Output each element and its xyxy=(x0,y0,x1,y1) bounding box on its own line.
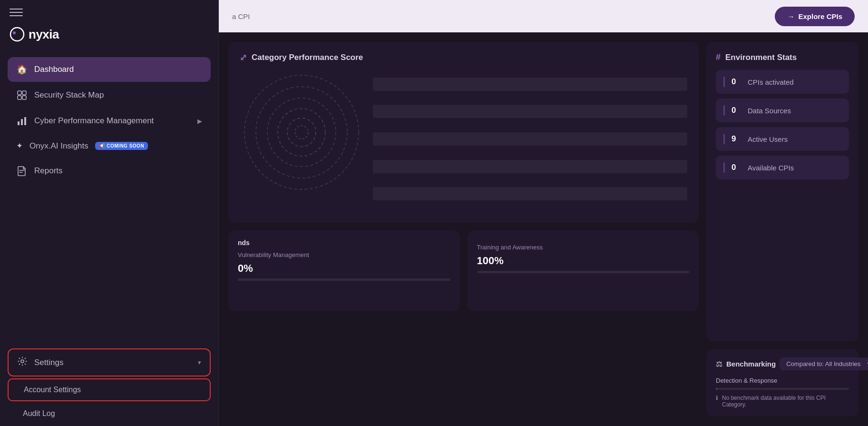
svg-rect-3 xyxy=(22,91,26,95)
info-icon: ℹ xyxy=(716,395,718,401)
stat-data-sources[interactable]: 0 Data Sources xyxy=(716,99,849,122)
radar-svg xyxy=(240,70,363,194)
coming-soon-badge: 📢 COMING SOON xyxy=(95,142,148,150)
sidebar-item-reports-label: Reports xyxy=(34,166,63,176)
benchmark-title: Benchmarking xyxy=(726,360,776,368)
sidebar-item-security-stack-label: Security Stack Map xyxy=(34,90,104,100)
performance-title-icon: ⤢ xyxy=(240,52,247,63)
environment-stats-card: # Environment Stats 0 CPIs activated 0 D… xyxy=(706,42,858,341)
vuln-sublabel: Vulnerability Management xyxy=(238,251,450,258)
vuln-value: 0% xyxy=(238,262,450,275)
svg-point-13 xyxy=(278,109,325,156)
logo-icon xyxy=(10,27,25,42)
training-bar xyxy=(477,271,690,273)
stat-divider-4 xyxy=(723,162,725,173)
radar-chart xyxy=(240,70,363,194)
top-bar-title: a CPI xyxy=(232,12,250,20)
stat-active-users[interactable]: 9 Active Users xyxy=(716,127,849,151)
detection-bar xyxy=(716,388,849,390)
security-icon xyxy=(16,89,28,101)
sidebar-item-reports[interactable]: Reports xyxy=(8,159,211,183)
svg-point-11 xyxy=(256,87,347,178)
svg-point-14 xyxy=(287,118,316,147)
reports-icon xyxy=(16,165,28,177)
svg-point-15 xyxy=(295,126,308,139)
training-sublabel: Training and Awareness xyxy=(477,244,690,251)
performance-bars xyxy=(373,70,687,208)
svg-rect-2 xyxy=(18,91,21,95)
cpis-activated-label: CPIs activated xyxy=(748,78,794,86)
category-performance-card: ⤢ Category Performance Score xyxy=(228,42,699,223)
sidebar-item-onyx-ai[interactable]: ✦ Onyx.AI Insights 📢 COMING SOON xyxy=(8,134,211,158)
settings-arrow: ▾ xyxy=(198,359,201,366)
hamburger-menu[interactable] xyxy=(10,9,23,16)
env-stats-title: # Environment Stats xyxy=(716,52,849,62)
benchmarking-card: ⚖ Benchmarking Compared to: All Industri… xyxy=(706,349,858,416)
sidebar-item-ai-label: Onyx.AI Insights xyxy=(29,141,88,151)
chart-icon xyxy=(16,115,28,127)
stat-divider-3 xyxy=(723,134,725,144)
active-users-label: Active Users xyxy=(748,135,788,143)
svg-rect-6 xyxy=(18,121,20,125)
perf-bar-2 xyxy=(373,105,687,118)
available-cpis-label: Available CPIs xyxy=(748,164,794,172)
data-sources-number: 0 xyxy=(731,106,741,115)
stat-available-cpis[interactable]: 0 Available CPIs xyxy=(716,156,849,179)
sidebar-item-audit-log[interactable]: Audit Log xyxy=(8,403,211,424)
sidebar-item-dashboard-label: Dashboard xyxy=(34,65,74,74)
training-value: 100% xyxy=(477,255,690,267)
sidebar-item-dashboard[interactable]: 🏠 Dashboard xyxy=(8,57,211,82)
sidebar-item-settings-label: Settings xyxy=(34,358,63,367)
megaphone-icon: 📢 xyxy=(99,143,105,149)
sidebar-item-cyber-performance[interactable]: Cyber Performance Management ▶ xyxy=(8,109,211,133)
vuln-label: nds xyxy=(238,239,450,247)
training-awareness-card: Training and Awareness 100% xyxy=(468,230,699,311)
svg-rect-4 xyxy=(18,96,21,99)
benchmark-header: ⚖ Benchmarking Compared to: All Industri… xyxy=(716,357,849,370)
svg-point-9 xyxy=(21,360,24,363)
settings-section: Settings ▾ xyxy=(0,348,218,378)
logo: nyxia xyxy=(10,27,209,42)
perf-bar-1 xyxy=(373,78,687,91)
nav-items: 🏠 Dashboard Security Stack Map xyxy=(0,57,218,345)
perf-bar-5 xyxy=(373,187,687,200)
left-column: ⤢ Category Performance Score xyxy=(228,42,699,416)
benchmark-dropdown[interactable]: Compared to: All Industries xyxy=(780,357,868,370)
sidebar-item-settings[interactable]: Settings ▾ xyxy=(8,348,211,376)
logo-text: nyxia xyxy=(29,27,59,42)
svg-rect-8 xyxy=(24,117,26,125)
perf-bar-4 xyxy=(373,160,687,173)
stat-divider xyxy=(723,77,725,87)
svg-point-1 xyxy=(13,31,16,34)
detection-bar-fill xyxy=(716,388,717,390)
svg-point-0 xyxy=(10,28,24,41)
svg-point-10 xyxy=(244,75,359,189)
ai-icon: ✦ xyxy=(16,141,23,151)
detection-label: Detection & Response xyxy=(716,377,849,384)
settings-icon xyxy=(17,356,28,369)
svg-rect-7 xyxy=(21,119,23,125)
sidebar: nyxia 🏠 Dashboard Security Stack Map xyxy=(0,0,219,426)
arrow-right-icon: → xyxy=(787,12,794,20)
scale-icon: ⚖ xyxy=(716,359,722,368)
stat-cpis-activated[interactable]: 0 CPIs activated xyxy=(716,70,849,94)
perf-bar-3 xyxy=(373,132,687,146)
audit-log-label: Audit Log xyxy=(23,409,55,418)
main-content: a CPI → Explore CPIs ⤢ Category Performa… xyxy=(219,0,868,426)
explore-cpis-button[interactable]: → Explore CPIs xyxy=(775,7,855,26)
vuln-bar xyxy=(238,278,450,281)
home-icon: 🏠 xyxy=(16,64,28,75)
data-sources-label: Data Sources xyxy=(748,107,791,115)
account-settings-label: Account Settings xyxy=(24,386,81,394)
sidebar-item-security-stack-map[interactable]: Security Stack Map xyxy=(8,83,211,108)
content-area: ⤢ Category Performance Score xyxy=(219,32,868,426)
cyber-perf-arrow: ▶ xyxy=(197,118,202,125)
stat-divider-2 xyxy=(723,105,725,116)
vulnerability-management-card: nds Vulnerability Management 0% xyxy=(228,230,460,311)
bottom-cards-row: nds Vulnerability Management 0% Training… xyxy=(228,230,699,311)
sidebar-item-account-settings[interactable]: Account Settings xyxy=(8,378,211,401)
cpis-activated-number: 0 xyxy=(731,77,741,87)
active-users-number: 9 xyxy=(731,134,741,144)
benchmark-note: ℹ No benchmark data available for this C… xyxy=(716,395,849,408)
category-performance-title: ⤢ Category Performance Score xyxy=(240,52,687,63)
